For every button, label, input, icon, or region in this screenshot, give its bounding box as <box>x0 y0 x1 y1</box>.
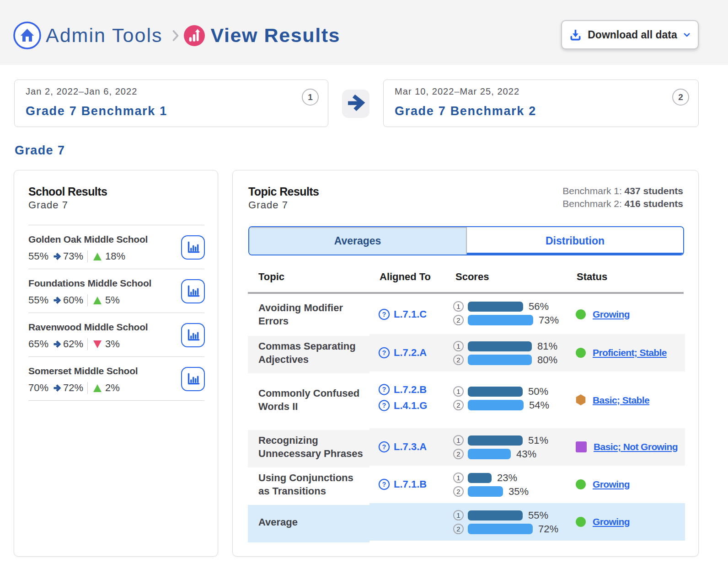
svg-text:?: ? <box>382 443 386 451</box>
svg-text:?: ? <box>382 481 386 488</box>
svg-text:?: ? <box>382 310 386 318</box>
svg-text:?: ? <box>382 402 386 409</box>
svg-text:?: ? <box>382 386 386 393</box>
svg-text:?: ? <box>382 349 386 356</box>
